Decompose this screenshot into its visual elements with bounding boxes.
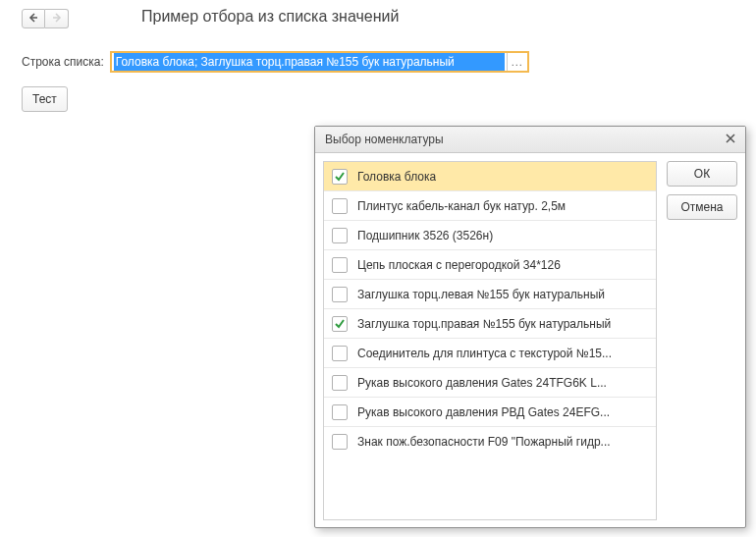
- cancel-button-label: Отмена: [680, 200, 723, 214]
- close-icon: [726, 133, 735, 146]
- list-item-label: Заглушка торц.левая №155 бук натуральный: [357, 288, 605, 301]
- list-item[interactable]: Рукав высокого давления РВД Gates 24EFG.…: [324, 398, 656, 427]
- list-item-label: Плинтус кабель-канал бук натур. 2,5м: [357, 199, 566, 213]
- list-item-label: Соединитель для плинтуса с текстурой №15…: [357, 347, 612, 360]
- dialog-titlebar[interactable]: Выбор номенклатуры: [315, 127, 745, 153]
- dialog-title: Выбор номенклатуры: [325, 133, 722, 146]
- checkbox[interactable]: [332, 404, 348, 420]
- list-item-label: Головка блока: [357, 170, 436, 184]
- list-string-input[interactable]: Головка блока; Заглушка торц.правая №155…: [110, 51, 529, 73]
- ok-button[interactable]: ОК: [667, 161, 737, 187]
- list-item-label: Подшипник 3526 (3526н): [357, 229, 493, 242]
- checkbox[interactable]: [332, 375, 348, 391]
- list-item[interactable]: Подшипник 3526 (3526н): [324, 221, 656, 250]
- nav-forward-button[interactable]: [45, 9, 69, 28]
- list-item[interactable]: Цепь плоская с перегородкой 34*126: [324, 250, 656, 280]
- dialog-close-button[interactable]: [722, 131, 739, 148]
- checkbox[interactable]: [332, 346, 348, 361]
- checkbox[interactable]: [332, 316, 348, 332]
- field-label: Строка списка:: [22, 55, 104, 69]
- list-item[interactable]: Заглушка торц.левая №155 бук натуральный: [324, 280, 656, 309]
- list-item[interactable]: Рукав высокого давления Gates 24TFG6K L.…: [324, 368, 656, 398]
- list-item[interactable]: Головка блока: [324, 162, 656, 191]
- checkbox[interactable]: [332, 287, 348, 302]
- list-item[interactable]: Заглушка торц.правая №155 бук натуральны…: [324, 309, 656, 339]
- ok-button-label: ОК: [694, 167, 710, 181]
- checkbox[interactable]: [332, 228, 348, 243]
- list-item-label: Знак пож.безопасности F09 "Пожарный гидр…: [357, 435, 611, 449]
- nav-back-button[interactable]: [22, 9, 45, 28]
- list-item-label: Рукав высокого давления Gates 24TFG6K L.…: [357, 376, 607, 390]
- selection-dialog: Выбор номенклатуры Головка блокаПлинтус …: [314, 126, 746, 528]
- arrow-right-icon: [52, 12, 62, 26]
- checkbox[interactable]: [332, 169, 348, 185]
- list-item[interactable]: Знак пож.безопасности F09 "Пожарный гидр…: [324, 427, 656, 456]
- list-item-label: Цепь плоская с перегородкой 34*126: [357, 258, 561, 272]
- arrow-left-icon: [28, 12, 38, 26]
- list-string-value: Головка блока; Заглушка торц.правая №155…: [114, 53, 505, 71]
- list-item-label: Заглушка торц.правая №155 бук натуральны…: [357, 317, 611, 331]
- checkbox[interactable]: [332, 198, 348, 214]
- open-picker-button[interactable]: ...: [507, 53, 527, 71]
- cancel-button[interactable]: Отмена: [667, 194, 737, 220]
- checkbox[interactable]: [332, 434, 348, 450]
- test-button[interactable]: Тест: [22, 86, 68, 112]
- items-list[interactable]: Головка блокаПлинтус кабель-канал бук на…: [323, 161, 657, 520]
- list-item-label: Рукав высокого давления РВД Gates 24EFG.…: [357, 405, 610, 419]
- list-item[interactable]: Плинтус кабель-канал бук натур. 2,5м: [324, 191, 656, 221]
- checkbox[interactable]: [332, 257, 348, 273]
- test-button-label: Тест: [32, 92, 57, 106]
- list-item[interactable]: Соединитель для плинтуса с текстурой №15…: [324, 339, 656, 368]
- page-title: Пример отбора из списка значений: [141, 8, 399, 26]
